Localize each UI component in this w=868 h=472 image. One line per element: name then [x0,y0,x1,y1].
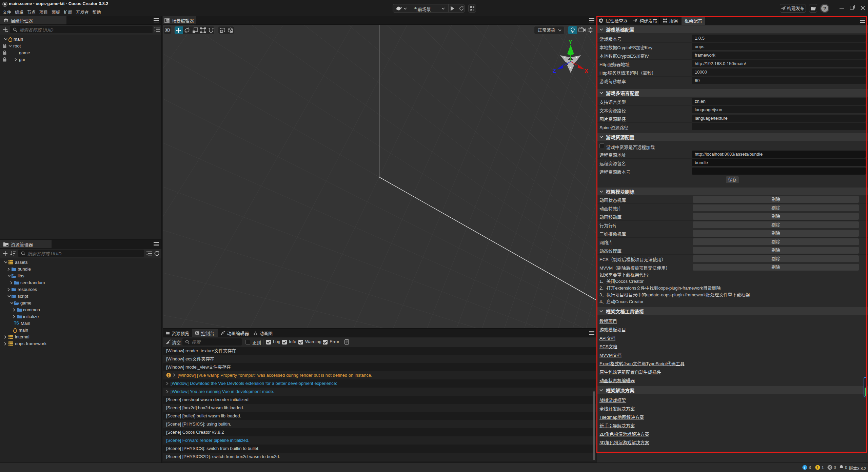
svg-text:Z: Z [553,68,556,74]
svg-text:X: X [585,68,588,74]
svg-text:Y: Y [569,39,572,45]
svg-text:!: ! [817,466,818,470]
svg-text:i: i [804,466,805,469]
